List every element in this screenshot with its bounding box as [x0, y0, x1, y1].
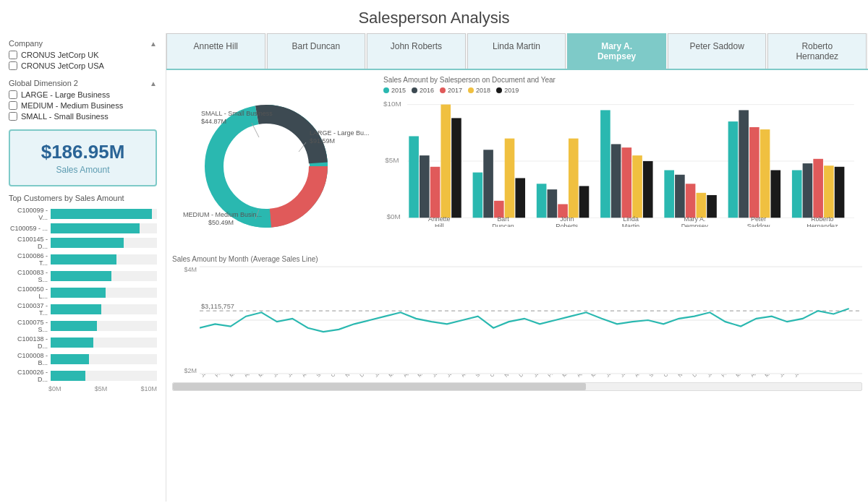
dimension-filter-item[interactable]: MEDIUM - Medium Business [9, 101, 157, 110]
svg-rect-43 [632, 155, 642, 218]
svg-text:LARGE - Large Bu...: LARGE - Large Bu... [310, 129, 370, 137]
svg-rect-55 [739, 110, 749, 218]
svg-rect-29 [505, 139, 515, 218]
svg-rect-23 [451, 118, 461, 218]
bar-axis: $0M $5M $10M [9, 385, 157, 392]
x-axis-label: April 2016 [402, 374, 416, 378]
x-axis-label: January 2... [373, 374, 387, 378]
salesperson-tab[interactable]: Peter Saddow [668, 33, 767, 69]
list-item: C100145 - D... [9, 236, 157, 250]
salesperson-tab[interactable]: Bart Duncan [267, 33, 366, 69]
svg-rect-36 [569, 139, 579, 218]
dimension-filter-item[interactable]: LARGE - Large Business [9, 90, 157, 99]
svg-rect-27 [483, 150, 493, 218]
svg-rect-30 [515, 178, 525, 218]
salesperson-tab[interactable]: John Roberts [367, 33, 466, 69]
svg-text:Roberts: Roberts [556, 223, 579, 227]
svg-rect-49 [686, 184, 696, 218]
dim2-filter-label: Global Dimension 2 ▲ [9, 79, 157, 87]
top-customers-title: Top Customers by Sales Amount [9, 194, 157, 202]
svg-rect-26 [473, 173, 483, 218]
svg-text:Peter: Peter [751, 215, 766, 223]
svg-rect-50 [697, 193, 707, 218]
x-axis-label: May 2015 [258, 374, 271, 378]
x-axis-label: Septemb... [475, 374, 488, 378]
svg-rect-34 [548, 189, 558, 218]
svg-rect-33 [537, 184, 547, 218]
x-axis-label: Decembe... [692, 374, 705, 378]
legend-item: 2017 [440, 87, 462, 94]
x-axis-label: August 2... [460, 374, 474, 378]
company-filter-item[interactable]: CRONUS JetCorp UK [9, 51, 157, 59]
svg-rect-57 [760, 129, 770, 218]
company-collapse-icon[interactable]: ▲ [150, 40, 157, 48]
y-label-4m: $4M [184, 266, 197, 273]
sales-amount-value: $186.95M [19, 141, 147, 163]
x-axis-label: March 20... [561, 374, 575, 378]
bar-chart-title: Sales Amount by Salesperson on Document … [383, 76, 862, 84]
main-content: Annette HillBart DuncanJohn RobertsLinda… [166, 33, 868, 502]
list-item: C100099 - V... [9, 207, 157, 221]
line-chart-scrollbar[interactable] [172, 382, 862, 391]
x-axis-label: Novembe... [344, 374, 358, 378]
salesperson-tab[interactable]: Linda Martin [467, 33, 566, 69]
svg-text:Martin: Martin [622, 223, 640, 227]
svg-rect-48 [675, 175, 685, 218]
svg-text:$0M: $0M [386, 213, 400, 221]
list-item: C100008 - B... [9, 352, 157, 366]
list-item: C100075 - S... [9, 319, 157, 333]
x-axis-label: June 2016 [431, 374, 445, 378]
legend-item: 2019 [496, 87, 519, 94]
x-axis-label: February ... [547, 374, 561, 378]
line-chart: Sales Amount by Month (Average Sales Lin… [172, 255, 862, 400]
x-axis-label: Novembe... [677, 374, 691, 378]
list-item: C100037 - T... [9, 302, 157, 317]
svg-rect-20 [420, 155, 430, 218]
svg-text:Bart: Bart [497, 215, 509, 223]
svg-rect-64 [824, 165, 834, 218]
x-axis-label: Decembe... [518, 374, 532, 378]
svg-text:John: John [560, 215, 574, 223]
svg-text:Hernandez: Hernandez [807, 223, 838, 227]
list-item: C100059 - ... [9, 223, 157, 233]
svg-rect-47 [664, 170, 674, 218]
top-customers-chart: C100099 - V... C100059 - ... C100145 - D… [9, 207, 157, 392]
x-axis-label: June 2015 [272, 374, 286, 378]
x-axis-label: July 2016 [446, 374, 459, 378]
x-axis-label: April 2015 [243, 374, 257, 378]
grouped-bar-chart: Sales Amount by Salesperson on Document … [383, 76, 862, 249]
company-filter-item[interactable]: CRONUS JetCorp USA [9, 61, 157, 70]
legend-item: 2016 [412, 87, 434, 94]
salesperson-tab[interactable]: Mary A. Dempsey [567, 33, 666, 69]
svg-text:Dempsey: Dempsey [681, 223, 709, 227]
x-axis-label: Novembe... [503, 374, 517, 378]
dimension-filter-item[interactable]: SMALL - Small Business [9, 112, 157, 121]
x-axis-label: August 2... [634, 374, 647, 378]
salesperson-tabs: Annette HillBart DuncanJohn RobertsLinda… [166, 33, 868, 70]
charts-area: SMALL - Small Business $44.87M LARGE - L… [166, 70, 868, 502]
svg-text:$5M: $5M [385, 156, 399, 164]
salesperson-tab[interactable]: Roberto Hernandez [767, 33, 867, 69]
list-item: C100083 - S... [9, 269, 157, 283]
svg-rect-63 [813, 159, 823, 218]
svg-text:SMALL - Small Business: SMALL - Small Business [201, 110, 273, 117]
page-title: Salesperson Analysis [0, 0, 868, 33]
svg-rect-54 [728, 121, 739, 218]
svg-rect-37 [579, 186, 590, 218]
x-axis-label: January 2... [706, 374, 720, 378]
x-axis-label: January 2... [532, 374, 546, 378]
x-axis-label: March 20... [388, 374, 401, 378]
legend-item: 2015 [383, 87, 406, 94]
donut-chart: SMALL - Small Business $44.87M LARGE - L… [172, 76, 375, 249]
dim2-collapse-icon[interactable]: ▲ [150, 79, 157, 87]
list-item: C100050 - L... [9, 285, 157, 300]
x-axis-label: Decembe... [359, 374, 373, 378]
x-axis-label: May 2017 [590, 374, 604, 378]
x-axis-label: October... [330, 374, 344, 378]
svg-text:Mary A.: Mary A. [684, 215, 705, 223]
svg-text:$91.59M: $91.59M [310, 137, 335, 145]
svg-text:Linda: Linda [623, 215, 639, 223]
svg-rect-62 [803, 163, 813, 218]
bar-legend: 20152016201720182019 [383, 87, 862, 94]
salesperson-tab[interactable]: Annette Hill [166, 33, 265, 69]
